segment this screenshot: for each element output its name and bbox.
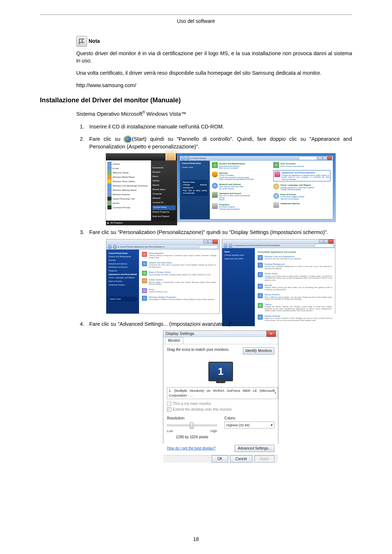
side-head: Tasks xyxy=(224,251,253,254)
minimize-button[interactable] xyxy=(203,240,208,243)
cp-item[interactable]: SecurityCheck for updatesCheck this comp… xyxy=(212,172,270,181)
start-dark-item[interactable]: Pictures xyxy=(152,171,176,175)
registered-mark: ® xyxy=(142,110,145,114)
maximize-button[interactable] xyxy=(324,239,328,243)
cp-item[interactable]: System and MaintenanceGet started with W… xyxy=(212,162,270,169)
advanced-settings-button[interactable]: Advanced Settings... xyxy=(234,445,274,452)
start-dark-item[interactable]: Games xyxy=(152,179,176,183)
cp-link[interactable]: FontsInstall or remove a font xyxy=(142,288,216,293)
identify-button[interactable]: Identify Monitors xyxy=(243,347,274,354)
step-3-text: Fare clic su "Personalization (Personali… xyxy=(89,229,328,235)
start-item[interactable]: Windows Photo Gallery xyxy=(107,179,150,183)
start-dark-item[interactable]: Help and Support xyxy=(152,215,176,219)
start-item[interactable]: Welcome Center xyxy=(107,171,150,175)
sidebar-item[interactable]: Hardware and Sound xyxy=(109,266,137,269)
cp-item[interactable]: ProgramsUninstall a programChange startu… xyxy=(212,203,270,210)
sidebar-item[interactable]: Clock, Language, and Region xyxy=(109,276,137,279)
cp-item[interactable]: Clock, Language, and RegionChange keyboa… xyxy=(273,184,331,190)
sidebar-item[interactable]: System and Maintenance xyxy=(109,255,137,258)
monitor-icon[interactable]: 1 xyxy=(208,362,233,381)
start-item[interactable]: E-mail xyxy=(107,166,150,170)
note-icon xyxy=(76,36,87,47)
start-item[interactable]: Command Prompt xyxy=(107,205,150,209)
start-item[interactable]: Windows Meeting Space xyxy=(107,188,150,192)
start-dark-item[interactable]: Control Panel xyxy=(152,205,176,210)
forward-button[interactable] xyxy=(186,156,190,160)
forward-button[interactable] xyxy=(229,244,233,248)
start-dark-item[interactable]: Search xyxy=(152,184,176,188)
cancel-button[interactable]: Cancel xyxy=(230,455,252,463)
back-button[interactable] xyxy=(108,245,112,249)
start-dark-item[interactable] xyxy=(152,162,176,166)
cp-link[interactable]: Folder OptionsSpecify single- or double-… xyxy=(142,278,216,285)
page-header: Uso del software xyxy=(40,18,352,25)
personalization-item[interactable]: Desktop BackgroundChoose from available … xyxy=(258,263,332,270)
start-dark-item[interactable]: Documents xyxy=(152,166,176,170)
minimize-button[interactable] xyxy=(319,239,323,243)
figure-start-controlpanel: InternetE-mailWelcome CenterWindows Medi… xyxy=(106,153,336,222)
sidebar-item[interactable]: Appearance and Personalization xyxy=(109,273,137,276)
start-dark-item[interactable]: Computer xyxy=(152,192,176,196)
start-item[interactable]: Windows Media Player xyxy=(107,175,150,179)
close-button[interactable] xyxy=(213,240,218,244)
personalization-item[interactable]: Window Color and AppearanceFine tune the… xyxy=(258,255,332,260)
cp-link[interactable]: PersonalizationChange desktop background… xyxy=(142,252,216,259)
search-input[interactable] xyxy=(315,244,334,247)
resolution-slider[interactable]: LowHigh xyxy=(167,422,217,428)
sidebar-item[interactable]: Programs xyxy=(109,270,137,272)
ok-button[interactable]: OK xyxy=(212,455,228,463)
cp-link[interactable]: Windows Sidebar PropertiesAdd gadgets to… xyxy=(142,296,216,301)
help-link[interactable]: How do I get the best display? xyxy=(167,446,216,451)
resolution-value: 1280 by 1024 pixels xyxy=(167,435,217,440)
search-input[interactable] xyxy=(299,156,317,160)
close-button[interactable] xyxy=(328,239,334,243)
sidebar-item[interactable]: Change desktop icons xyxy=(224,254,253,257)
personalization-item[interactable]: SoundsChange which sounds are heard when… xyxy=(258,284,332,291)
start-dark-item[interactable]: Recent Items xyxy=(152,188,176,192)
cp-item[interactable]: Appearance and PersonalizationChange the… xyxy=(273,170,331,181)
close-button[interactable]: ✕ xyxy=(266,331,276,337)
start-item[interactable]: Adobe Photoshop CS2 xyxy=(107,197,150,201)
start-dark-item[interactable]: Connect To xyxy=(152,201,176,205)
search-input[interactable] xyxy=(199,245,218,249)
back-button[interactable] xyxy=(181,156,185,160)
start-item[interactable]: Windows Live Messenger Download xyxy=(107,184,150,188)
sidebar-item[interactable]: Network and Internet xyxy=(109,263,137,266)
start-item[interactable]: Windows Explorer xyxy=(107,192,150,196)
start-item[interactable]: Internet xyxy=(107,162,150,166)
start-dark-item[interactable]: Default Programs xyxy=(152,210,176,214)
monitor-dropdown[interactable]: 1. (Multiple Monitors) on NVIDIA GeForce… xyxy=(167,387,278,399)
close-button[interactable] xyxy=(327,156,332,160)
sidebar-item[interactable]: Ease of Access xyxy=(109,280,137,283)
maximize-button[interactable] xyxy=(323,156,327,160)
start-dark-item[interactable]: Music xyxy=(152,175,176,179)
cp-item[interactable]: Network and InternetView network status … xyxy=(212,183,270,190)
personalization-item[interactable]: Screen SaverChange your screen saver or … xyxy=(258,272,332,281)
maximize-button[interactable] xyxy=(208,240,212,243)
figure-personalization: ▸ Control Panel ▸ Appearance and Persona… xyxy=(106,239,335,314)
back-button[interactable] xyxy=(224,244,228,248)
sidebar-item[interactable]: Security xyxy=(109,259,137,262)
personalization-item[interactable]: Display SettingsAdjust your monitor reso… xyxy=(258,315,332,321)
breadcrumb: ▸ Control Panel ▸ xyxy=(191,157,206,160)
slider-high: High xyxy=(210,429,217,434)
start-item[interactable]: HanDic xyxy=(107,201,150,205)
cp-link[interactable]: Ease of Access CenterAccommodate low vis… xyxy=(142,271,216,276)
personalization-item[interactable]: ThemeChange the theme. Themes can change… xyxy=(258,303,332,312)
cp-item[interactable]: Hardware and SoundPlay CDs or other medi… xyxy=(212,192,270,201)
tab-monitor[interactable]: Monitor xyxy=(165,337,183,344)
start-dark-item[interactable]: Network xyxy=(152,197,176,201)
sidebar-item[interactable]: Additional Options xyxy=(109,284,137,287)
cp-item[interactable]: Ease of AccessLet Windows suggest settin… xyxy=(273,193,331,200)
cp-link[interactable]: Taskbar and Start MenuCustomize the Star… xyxy=(142,261,216,268)
cp-item[interactable]: Additional Options xyxy=(273,202,331,208)
drag-label: Drag the icons to match your monitors. xyxy=(167,347,229,352)
note-paragraph-2: Una volta certificato, il driver verrà r… xyxy=(76,69,352,77)
sidebar-item[interactable]: Adjust font size (DPI) xyxy=(224,258,253,260)
colors-dropdown[interactable]: Highest (32 bit)▾ xyxy=(224,422,274,428)
forward-button[interactable] xyxy=(113,245,117,249)
cp-item[interactable]: User AccountsAdd or remove user accounts xyxy=(273,162,331,168)
cp-side-classic[interactable]: Classic View xyxy=(182,166,208,169)
personalization-item[interactable]: Mouse PointersPick a different mouse poi… xyxy=(258,293,332,300)
minimize-button[interactable] xyxy=(318,156,322,160)
